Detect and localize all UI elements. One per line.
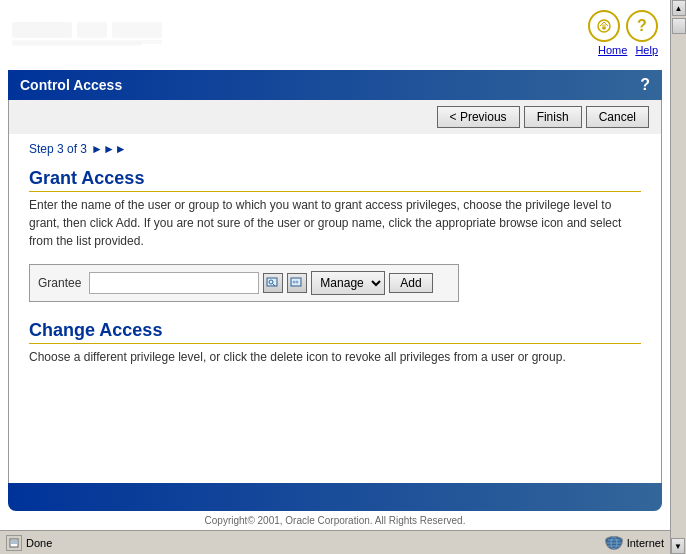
change-access-title: Change Access: [29, 320, 641, 344]
page-icon: [6, 535, 22, 551]
status-internet: Internet: [605, 536, 664, 550]
finish-button[interactable]: Finish: [524, 106, 582, 128]
logo: [12, 14, 172, 58]
svg-rect-1: [77, 22, 107, 38]
home-icon-button[interactable]: [588, 10, 620, 42]
step-indicator: Step 3 of 3 ►►►: [29, 142, 641, 156]
browse-groups-button[interactable]: [287, 273, 307, 293]
help-link[interactable]: Help: [635, 44, 658, 56]
home-link[interactable]: Home: [598, 44, 627, 56]
grant-access-description: Enter the name of the user or group to w…: [29, 196, 641, 250]
step-label: Step 3 of 3: [29, 142, 87, 156]
status-bar: Done Internet: [0, 530, 670, 554]
internet-label: Internet: [627, 537, 664, 549]
change-access-section: Change Access Choose a different privile…: [29, 320, 641, 366]
svg-rect-2: [112, 22, 162, 38]
question-icon: ?: [637, 17, 647, 35]
browse-users-button[interactable]: [263, 273, 283, 293]
previous-button[interactable]: < Previous: [437, 106, 520, 128]
internet-icon: [605, 536, 623, 550]
top-header: ? Home Help: [0, 0, 670, 70]
done-label: Done: [26, 537, 52, 549]
help-icon-button[interactable]: ?: [626, 10, 658, 42]
copyright-text: Copyright© 2001, Oracle Corporation. All…: [205, 515, 466, 526]
toolbar: < Previous Finish Cancel: [8, 100, 662, 134]
svg-rect-0: [12, 22, 72, 38]
footer: Copyright© 2001, Oracle Corporation. All…: [8, 511, 662, 530]
cancel-button[interactable]: Cancel: [586, 106, 649, 128]
scroll-thumb[interactable]: [672, 18, 686, 34]
scroll-down-button[interactable]: ▼: [671, 538, 685, 554]
main-content: Step 3 of 3 ►►► Grant Access Enter the n…: [8, 134, 662, 483]
control-access-banner: Control Access ?: [8, 70, 662, 100]
step-arrows: ►►►: [91, 142, 127, 156]
privilege-select[interactable]: Manage View None: [311, 271, 385, 295]
grantee-label: Grantee: [38, 276, 81, 290]
scrollbar[interactable]: ▲ ▼: [670, 0, 686, 554]
scroll-up-button[interactable]: ▲: [672, 0, 686, 16]
svg-point-14: [296, 281, 299, 284]
svg-rect-6: [603, 27, 606, 30]
grant-access-section: Grant Access Enter the name of the user …: [29, 168, 641, 302]
svg-rect-4: [12, 42, 142, 46]
banner-title: Control Access: [20, 77, 122, 93]
grantee-row: Grantee: [29, 264, 459, 302]
change-access-description: Choose a different privilege level, or c…: [29, 348, 641, 366]
top-nav: ? Home Help: [588, 6, 658, 56]
grant-access-title: Grant Access: [29, 168, 641, 192]
svg-point-13: [293, 281, 296, 284]
status-done: Done: [6, 535, 52, 551]
top-nav-links: Home Help: [598, 44, 658, 56]
nav-icons: ?: [588, 10, 658, 42]
bottom-bar: [8, 483, 662, 511]
grantee-input[interactable]: [89, 272, 259, 294]
add-button[interactable]: Add: [389, 273, 432, 293]
banner-help-icon[interactable]: ?: [640, 76, 650, 94]
logo-area: [12, 6, 172, 58]
